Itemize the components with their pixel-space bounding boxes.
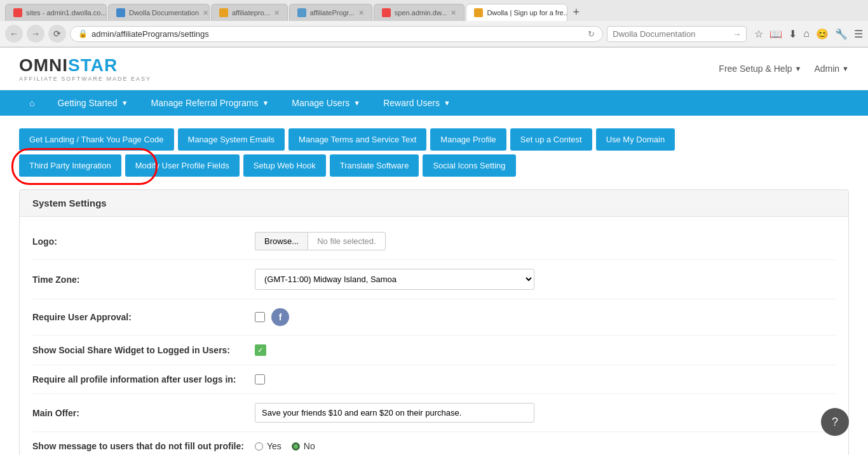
admin-menu[interactable]: Admin ▼ [814,64,849,74]
file-name: No file selected. [308,232,386,250]
header-nav: Free Setup & Help ▼ Admin ▼ [719,64,849,74]
terms-service-button[interactable]: Manage Terms and Service Text [288,128,426,151]
nav-home[interactable]: ⌂ [19,90,44,116]
nav-manage-referral[interactable]: Manage Referral Programs ▼ [141,90,280,116]
reading-list-icon[interactable]: 📖 [770,28,782,40]
social-widget-label: Show Social Share Widget to Logged in Us… [32,345,255,355]
back-button[interactable]: ← [5,25,23,43]
home-nav-icon: ⌂ [29,98,34,108]
browser-tab-4[interactable]: affiliateProgr... ✕ [289,4,372,21]
getting-started-dropdown-icon: ▼ [121,99,128,107]
content-area: Get Landing / Thank You Page Code Manage… [0,116,868,455]
reward-users-dropdown-icon: ▼ [444,99,451,107]
reward-users-label: Reward Users [383,98,440,108]
radio-yes-label[interactable]: Yes [255,441,281,451]
tab-close-3[interactable]: ✕ [274,9,280,17]
translate-button[interactable]: Translate Software [330,154,419,177]
set-contest-button[interactable]: Set up a Contest [510,128,592,151]
settings-body: Logo: Browse... No file selected. Time Z… [20,217,848,455]
nav-bar: ← → ⟳ 🔒 admin/affiliatePrograms/settings… [0,21,868,47]
browser-tab-3[interactable]: affiliatepro... ✕ [211,4,288,21]
free-setup-help-menu[interactable]: Free Setup & Help ▼ [719,64,801,74]
manage-referral-label: Manage Referral Programs [151,98,259,108]
social-widget-control: ✓ [255,344,266,356]
radio-yes[interactable] [255,442,263,451]
landing-page-button[interactable]: Get Landing / Thank You Page Code [19,128,174,151]
main-offer-input[interactable] [255,403,534,423]
extensions-icon[interactable]: 🔧 [835,28,848,40]
forward-button[interactable]: → [27,25,44,43]
third-party-button[interactable]: Third Party Integration [19,154,121,177]
third-party-wrapper: Third Party Integration [19,154,121,177]
tab-close-2[interactable]: ✕ [203,9,208,17]
tab-close-4[interactable]: ✕ [358,9,364,17]
admin-dropdown-icon: ▼ [842,65,849,72]
help-button[interactable]: ? [821,408,849,436]
browse-button[interactable]: Browse... [255,232,308,250]
tab-bar: sites - admin1.dwolla.co... ✕ Dwolla Doc… [0,0,868,21]
tab-favicon-2 [116,8,125,17]
logo-omni: OMNI [19,55,68,75]
settings-row-social-widget: Show Social Share Widget to Logged in Us… [32,336,836,365]
settings-row-show-message: Show message to users that do not fill o… [32,432,836,455]
menu-icon[interactable]: ☰ [854,28,863,40]
settings-row-main-offer: Main Offer: [32,394,836,432]
tab-close-5[interactable]: ✕ [451,9,456,17]
timezone-select[interactable]: (GMT-11:00) Midway Island, Samoa [255,269,534,290]
system-emails-button[interactable]: Manage System Emails [178,128,285,151]
social-icons-button[interactable]: Social Icons Setting [423,154,515,177]
profile-info-checkbox[interactable] [255,374,265,384]
search-bar[interactable]: → [607,26,747,42]
settings-title: System Settings [20,190,848,217]
browser-tab-2[interactable]: Dwolla Documentation ✕ [108,4,210,21]
help-dropdown-icon: ▼ [795,65,802,72]
search-arrow-icon[interactable]: → [733,29,741,39]
facebook-icon: f [271,308,289,326]
free-setup-help-label: Free Setup & Help [719,64,792,74]
bookmark-star-icon[interactable]: ☆ [754,28,763,40]
admin-label: Admin [814,64,839,74]
radio-yes-text: Yes [267,441,281,451]
show-message-control: Yes No [255,441,315,451]
user-profile-fields-button[interactable]: Modify User Profile Fields [125,154,240,177]
nav-reward-users[interactable]: Reward Users ▼ [373,90,461,116]
app-header: OMNISTAR AFFILIATE SOFTWARE MADE EASY Fr… [0,48,868,90]
refresh-icon[interactable]: ↻ [588,29,595,39]
emoji-icon[interactable]: 😊 [816,28,829,40]
lock-icon: 🔒 [78,29,88,38]
profile-info-control [255,374,265,384]
user-approval-checkbox[interactable] [255,312,265,322]
nav-getting-started[interactable]: Getting Started ▼ [47,90,138,116]
search-input[interactable] [613,29,733,39]
getting-started-label: Getting Started [57,98,117,108]
tab-label-1: sites - admin1.dwolla.co... [26,9,107,17]
main-offer-label: Main Offer: [32,408,255,418]
browser-tab-6[interactable]: Dwolla | Sign up for a fre... ✕ [466,4,567,21]
web-hook-button[interactable]: Setup Web Hook [243,154,326,177]
radio-no-text: No [304,441,315,451]
download-icon[interactable]: ⬇ [789,28,797,40]
address-bar[interactable]: 🔒 admin/affiliatePrograms/settings ↻ [70,26,603,42]
social-widget-checkbox[interactable]: ✓ [255,344,266,356]
radio-no-label[interactable]: No [292,441,315,451]
radio-no[interactable] [292,442,300,451]
settings-row-profile-info: Require all profile information after us… [32,365,836,394]
browser-tab-1[interactable]: sites - admin1.dwolla.co... ✕ [5,4,107,21]
action-buttons-row2: Third Party Integration Modify User Prof… [19,154,849,177]
tab-favicon-1 [13,8,22,17]
tab-favicon-6 [474,8,483,17]
nav-manage-users[interactable]: Manage Users ▼ [281,90,370,116]
home-icon[interactable]: ⌂ [803,28,810,39]
tab-label-3: affiliatepro... [232,9,270,17]
browser-tab-5[interactable]: spen.admin.dw... ✕ [374,4,465,21]
my-domain-button[interactable]: Use My Domain [596,128,675,151]
reload-button[interactable]: ⟳ [48,25,66,43]
new-tab-button[interactable]: + [569,6,583,19]
manage-users-dropdown-icon: ▼ [353,99,360,107]
show-message-label: Show message to users that do not fill o… [32,441,255,451]
tab-favicon-4 [297,8,306,17]
manage-profile-button[interactable]: Manage Profile [430,128,506,151]
settings-row-logo: Logo: Browse... No file selected. [32,223,836,260]
tab-favicon-5 [382,8,391,17]
main-offer-control [255,403,534,423]
